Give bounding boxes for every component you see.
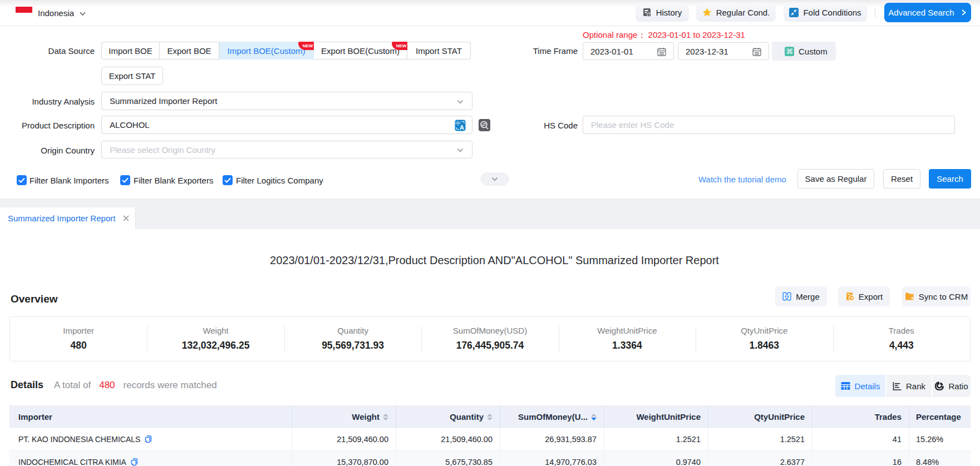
svg-text:A: A <box>460 124 464 131</box>
